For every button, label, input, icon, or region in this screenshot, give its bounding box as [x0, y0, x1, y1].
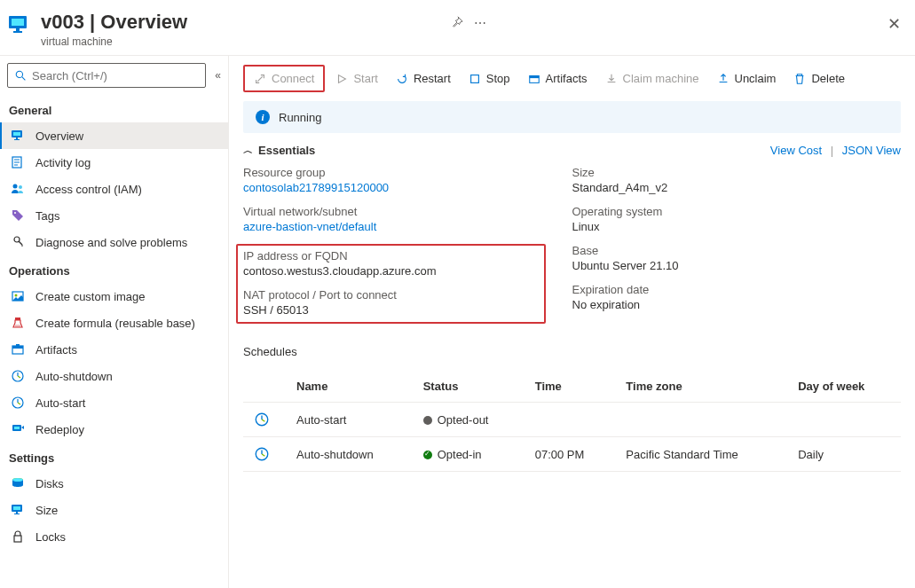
claim-icon	[605, 73, 618, 85]
nav-redeploy[interactable]: Redeploy	[0, 416, 228, 443]
json-view-link[interactable]: JSON View	[842, 144, 901, 157]
svg-rect-1	[12, 19, 24, 26]
svg-rect-22	[15, 325, 20, 327]
svg-line-31	[18, 403, 20, 404]
svg-rect-2	[16, 28, 20, 31]
resource-group-value[interactable]: contosolab21789915120000	[243, 181, 572, 194]
schedules-table: Name Status Time Time zone Day of week A…	[243, 371, 901, 472]
schedules-title: Schedules	[243, 345, 901, 358]
base-value: Ubuntu Server 21.10	[572, 259, 902, 272]
expiration-label: Expiration date	[572, 283, 902, 296]
diagnose-icon	[11, 235, 25, 249]
svg-line-18	[19, 241, 22, 245]
status-dot-green	[423, 451, 432, 459]
artifacts-button[interactable]: Artifacts	[521, 68, 595, 89]
svg-point-35	[12, 478, 23, 482]
search-icon	[15, 70, 27, 82]
nat-label: NAT protocol / Port to connect	[243, 288, 539, 302]
nav-label: Overview	[35, 129, 83, 143]
nav-tags[interactable]: Tags	[0, 202, 228, 229]
connect-button[interactable]: Connect	[247, 68, 321, 89]
nav-overview[interactable]: Overview	[0, 122, 228, 149]
access-control-icon	[11, 182, 25, 196]
size-value: Standard_A4m_v2	[572, 181, 902, 194]
collapse-sidebar-button[interactable]: «	[215, 69, 221, 82]
restart-icon	[396, 73, 408, 85]
formula-icon	[11, 316, 25, 330]
nav-auto-shutdown[interactable]: Auto-shutdown	[0, 363, 228, 389]
main-content: Connect Start Restart Stop Artifa	[229, 56, 915, 588]
toolbar: Connect Start Restart Stop Artifa	[229, 56, 915, 101]
start-icon	[335, 73, 348, 85]
search-field[interactable]	[32, 69, 198, 82]
stop-icon	[469, 73, 481, 85]
essentials-grid: Resource group contosolab21789915120000 …	[229, 166, 915, 331]
nav-activity-log[interactable]: Activity log	[0, 149, 228, 176]
nav-locks[interactable]: Locks	[0, 523, 228, 550]
nav-label: Create formula (reusable base)	[35, 317, 195, 330]
blade-header: v003 | Overview virtual machine ⋯ ✕	[0, 0, 915, 56]
nav-label: Redeploy	[35, 423, 84, 436]
nav-auto-start[interactable]: Auto-start	[0, 389, 228, 416]
vnet-value[interactable]: azure-bastion-vnet/default	[243, 220, 572, 233]
nav-diagnose[interactable]: Diagnose and solve problems	[0, 229, 228, 255]
nav-label: Artifacts	[35, 343, 77, 357]
svg-rect-9	[14, 139, 20, 140]
nav-create-image[interactable]: Create custom image	[0, 283, 228, 310]
stop-button[interactable]: Stop	[461, 68, 517, 89]
nav-access-control[interactable]: Access control (IAM)	[0, 176, 228, 202]
nav-label: Tags	[35, 209, 59, 223]
svg-rect-8	[16, 137, 18, 139]
svg-line-49	[262, 454, 264, 456]
search-input[interactable]	[7, 63, 206, 88]
svg-rect-37	[13, 506, 20, 510]
os-value: Linux	[572, 220, 902, 233]
unclaim-button[interactable]: Unclaim	[710, 68, 784, 89]
svg-point-4	[16, 71, 22, 77]
col-status: Status	[413, 371, 525, 403]
svg-rect-24	[12, 346, 23, 349]
nav-create-formula[interactable]: Create formula (reusable base)	[0, 310, 228, 336]
delete-button[interactable]: Delete	[786, 68, 852, 89]
artifacts-icon	[11, 342, 25, 357]
table-row[interactable]: Auto-shutdown Opted-in 07:00 PM Pacific …	[243, 437, 901, 472]
pin-icon[interactable]	[451, 11, 463, 28]
size-label: Size	[572, 166, 902, 179]
nav-disks[interactable]: Disks	[0, 470, 228, 497]
info-icon: i	[256, 110, 270, 124]
nav-label: Create custom image	[35, 290, 146, 303]
vnet-label: Virtual network/subnet	[243, 205, 572, 218]
svg-rect-33	[14, 427, 20, 429]
more-icon[interactable]: ⋯	[474, 11, 486, 30]
unclaim-icon	[717, 73, 730, 85]
nav-label: Size	[35, 504, 58, 517]
svg-rect-3	[13, 31, 22, 33]
chevron-up-icon: ︿	[243, 144, 253, 157]
restart-button[interactable]: Restart	[389, 68, 458, 89]
table-row[interactable]: Auto-start Opted-out	[243, 403, 901, 437]
svg-point-20	[15, 294, 18, 297]
view-cost-link[interactable]: View Cost	[770, 144, 822, 157]
start-button[interactable]: Start	[328, 68, 384, 89]
activity-log-icon	[11, 155, 25, 169]
svg-line-28	[18, 376, 20, 378]
claim-button[interactable]: Claim machine	[598, 68, 706, 89]
expiration-value: No expiration	[572, 298, 902, 311]
svg-rect-7	[13, 132, 20, 136]
svg-rect-41	[470, 74, 478, 82]
image-icon	[11, 289, 25, 303]
nav-size[interactable]: Size	[0, 497, 228, 523]
nav-label: Diagnose and solve problems	[35, 236, 187, 249]
base-label: Base	[572, 244, 902, 257]
svg-rect-40	[14, 536, 21, 542]
nat-value: SSH / 65013	[243, 303, 539, 317]
nav-artifacts[interactable]: Artifacts	[0, 336, 228, 363]
essentials-toggle[interactable]: ︿ Essentials	[243, 144, 315, 157]
svg-point-16	[14, 212, 16, 214]
sidebar: « General Overview Activity log Access c…	[0, 56, 229, 588]
clock-icon	[254, 446, 270, 462]
schedules-section: Schedules Name Status Time Time zone Day…	[229, 331, 915, 472]
close-icon[interactable]: ✕	[887, 11, 901, 34]
svg-point-15	[19, 185, 22, 189]
nav-label: Disks	[35, 477, 64, 490]
